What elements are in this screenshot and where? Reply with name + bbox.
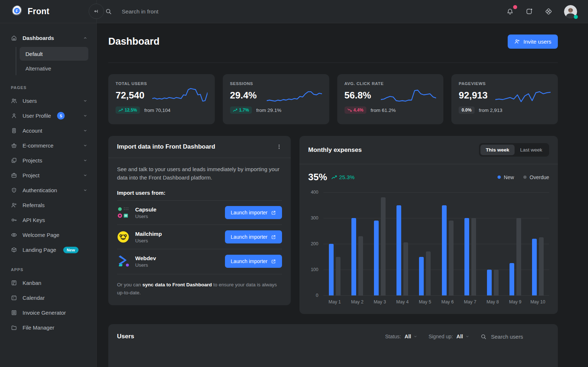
sidebar-item-project[interactable]: Project <box>0 168 96 183</box>
launch-importer-button[interactable]: Launch importer <box>225 255 282 268</box>
invite-users-button[interactable]: Invite users <box>508 35 558 49</box>
count-badge: 5 <box>57 112 65 120</box>
sidebar-divider <box>96 0 97 367</box>
sidebar-item-welcome-page[interactable]: Welcome Page <box>0 227 96 242</box>
bar-group-may-5 <box>414 192 436 295</box>
global-search-input[interactable] <box>122 8 274 15</box>
sidebar-item-api-keys[interactable]: API Keys <box>0 213 96 227</box>
bar-new <box>396 205 401 296</box>
sidebar-item-label: Projects <box>23 157 42 164</box>
week-toggle: This weekLast week <box>479 143 549 157</box>
users-search-input[interactable] <box>491 334 549 340</box>
notifications-button[interactable] <box>506 8 514 15</box>
sidebar-item-projects[interactable]: Projects <box>0 153 96 168</box>
chevron-down-icon <box>83 98 88 103</box>
launch-importer-label: Launch importer <box>231 234 267 240</box>
sidebar-item-label: Kanban <box>23 280 41 286</box>
sidebar-item-landing-page[interactable]: Landing PageNew <box>0 242 96 257</box>
sidebar-item-label: Calendar <box>23 295 45 301</box>
bar-overdue <box>516 218 521 295</box>
sparkline-chart <box>495 86 551 108</box>
integrations-button[interactable] <box>545 8 552 15</box>
expenses-value: 35% <box>308 172 327 183</box>
users-search <box>480 334 549 340</box>
launch-importer-button[interactable]: Launch importer <box>225 206 282 219</box>
external-link-icon <box>271 259 276 264</box>
stat-card-avg-click-rate: AVG. CLICK RATE56.8%4.4%from 61.2% <box>337 74 444 124</box>
sidebar-item-user-profile[interactable]: User Profile5 <box>0 108 96 123</box>
topbar-actions <box>506 5 588 18</box>
sidebar-item-calendar[interactable]: Calendar <box>0 290 96 305</box>
chevron-down-icon <box>83 173 88 178</box>
basket-icon <box>11 142 17 149</box>
sidebar-item-referrals[interactable]: Referrals <box>0 198 96 213</box>
chevron-down-icon <box>413 334 418 339</box>
mailchimp-logo <box>117 231 129 243</box>
expenses-delta-value: 25.3% <box>339 174 355 180</box>
collapse-sidebar-icon <box>93 8 99 14</box>
search-icon <box>480 334 487 340</box>
sidebar-item-label: Referrals <box>23 202 45 208</box>
x-axis-labels: May 1May 2May 3May 4May 5May 6May 7May 8… <box>323 299 549 305</box>
sidebar-item-dashboards[interactable]: Dashboards <box>0 31 96 45</box>
bar-group-may-6 <box>436 192 459 295</box>
legend-label: New <box>504 174 514 180</box>
sidebar-subitem-alternative[interactable]: Alternative <box>20 61 88 75</box>
import-description: See and talk to your users and leads imm… <box>117 165 282 182</box>
sidebar-item-kanban[interactable]: Kanban <box>0 275 96 290</box>
import-source-type: Users <box>135 262 156 268</box>
sidebar-item-label: Invoice Generator <box>23 310 66 316</box>
sidebar-item-authentication[interactable]: Authentication <box>0 183 96 198</box>
y-tick-label: 400 <box>311 190 318 195</box>
footer-bold-text: sync data to Front Dashboard <box>142 282 212 287</box>
header-divider <box>108 62 558 63</box>
x-tick-label: May 8 <box>482 299 504 305</box>
bar-overdue <box>539 237 544 295</box>
status-filter-value: All <box>404 334 411 339</box>
sidebar-item-invoice-generator[interactable]: Invoice Generator <box>0 305 96 320</box>
change-badge: 0.0% <box>459 106 474 114</box>
legend-item-overdue: Overdue <box>523 174 549 180</box>
sidebar-item-account[interactable]: Account <box>0 123 96 138</box>
sidebar-item-label: Account <box>23 128 42 134</box>
bell-icon <box>506 8 514 15</box>
sidebar-item-file-manager[interactable]: File Manager <box>0 320 96 335</box>
change-value: 1.7% <box>239 108 249 113</box>
tab-this-week[interactable]: This week <box>480 145 515 155</box>
x-tick-label: May 7 <box>459 299 482 305</box>
stat-card-total-users: TOTAL USERS72,54012.5%from 70,104 <box>108 74 215 124</box>
x-tick-label: May 6 <box>436 299 459 305</box>
import-subheading: Import users from: <box>117 190 282 196</box>
activity-button[interactable] <box>525 8 533 15</box>
bar-group-may-2 <box>346 192 368 295</box>
signed-up-filter-dropdown[interactable]: Signed up: All <box>428 334 470 339</box>
kebab-icon <box>276 144 282 150</box>
y-tick-label: 0 <box>316 293 318 298</box>
external-link-icon <box>271 210 276 215</box>
import-card-menu-button[interactable] <box>276 144 282 150</box>
sidebar-collapse-button[interactable] <box>89 4 104 19</box>
brand-logo-link[interactable]: F Front <box>0 4 86 19</box>
front-logo-icon: F <box>10 4 24 19</box>
user-avatar[interactable] <box>564 5 577 18</box>
sidebar-item-users[interactable]: Users <box>0 93 96 108</box>
tab-last-week[interactable]: Last week <box>515 145 548 155</box>
sidebar-item-e-commerce[interactable]: E-commerce <box>0 138 96 153</box>
key-icon <box>11 217 17 223</box>
sidebar-subitem-default[interactable]: Default <box>20 47 88 61</box>
users-card-title: Users <box>117 333 134 340</box>
y-tick-label: 300 <box>311 215 318 221</box>
import-data-card: Import data into Front Dashboard See and… <box>108 136 291 305</box>
sidebar-item-label: User Profile <box>23 113 51 119</box>
sidebar-item-label: Authentication <box>23 187 57 193</box>
eye-icon <box>11 232 17 238</box>
sidebar-section-title: APPS <box>0 267 96 272</box>
chart-legend: NewOverdue <box>498 174 549 180</box>
id-card-icon <box>11 128 17 134</box>
legend-item-new: New <box>498 174 514 180</box>
x-tick-label: May 9 <box>504 299 527 305</box>
change-badge: 4.4% <box>345 106 366 114</box>
launch-importer-button[interactable]: Launch importer <box>225 230 282 243</box>
y-axis-labels: 4003002001000 <box>308 192 323 295</box>
status-filter-dropdown[interactable]: Status: All <box>385 334 418 339</box>
